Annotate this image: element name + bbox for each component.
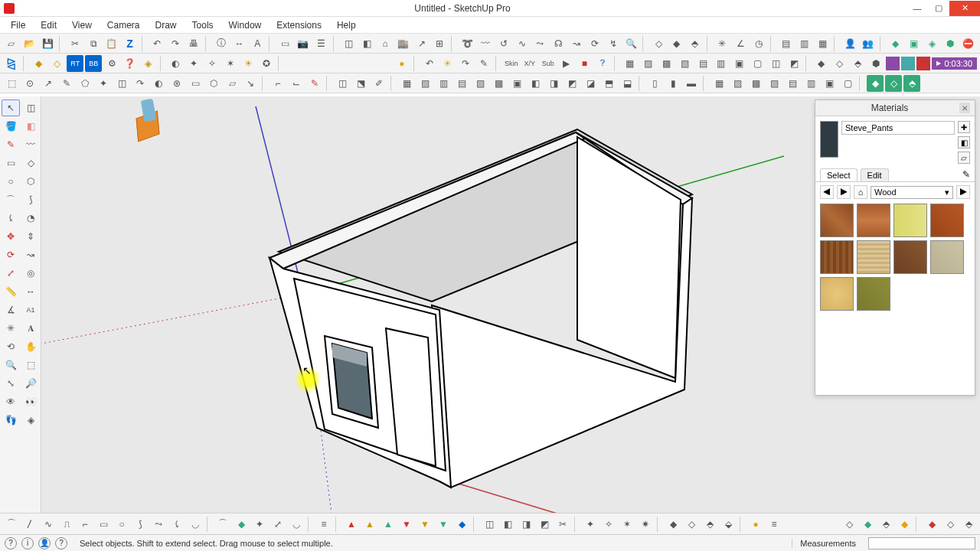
- bt-c4-icon[interactable]: ▼: [398, 516, 415, 533]
- r3-3-icon[interactable]: ↗: [40, 75, 57, 92]
- bt-9-icon[interactable]: ⤳: [150, 516, 167, 533]
- axes-tool-icon[interactable]: ✳: [2, 320, 20, 337]
- swatch-wood2[interactable]: [857, 204, 890, 237]
- dimension-tool-icon[interactable]: ↔: [21, 283, 40, 300]
- zoomext-tool-icon[interactable]: ⤡: [2, 375, 20, 392]
- r3-28-icon[interactable]: ◧: [527, 75, 544, 92]
- 2pt-arc-tool-icon[interactable]: ⟆: [21, 191, 40, 208]
- scale-tool-icon[interactable]: ⤢: [2, 265, 20, 282]
- proj1-icon[interactable]: ◇: [650, 35, 667, 52]
- share-icon[interactable]: ↗: [413, 35, 430, 52]
- undo-icon[interactable]: ↶: [149, 35, 165, 52]
- curve7-icon[interactable]: ⟳: [586, 35, 603, 52]
- r3-13-icon[interactable]: ▱: [224, 75, 240, 92]
- r3-24-icon[interactable]: ▤: [453, 75, 470, 92]
- clock-icon[interactable]: ◷: [750, 35, 767, 52]
- default-material-icon[interactable]: ◧: [958, 136, 970, 148]
- swatch-wood9[interactable]: [820, 277, 854, 311]
- 3dtext-tool-icon[interactable]: 𝐀: [21, 320, 40, 337]
- bt-d2-icon[interactable]: ◧: [499, 516, 516, 533]
- bt-h3-icon[interactable]: ⬘: [877, 516, 894, 533]
- r2-a-icon[interactable]: ↶: [421, 55, 438, 72]
- measurements-input[interactable]: [868, 537, 975, 549]
- bt-1-icon[interactable]: ⌒: [3, 516, 20, 533]
- bt-f2-icon[interactable]: ◇: [683, 516, 700, 533]
- r3-45-icon[interactable]: ◆: [867, 75, 884, 92]
- materials-tab-select[interactable]: Select: [820, 168, 858, 181]
- r2-play-icon[interactable]: ▶: [558, 55, 575, 72]
- axes-icon[interactable]: ✳: [714, 35, 731, 52]
- bt-17-icon[interactable]: ≡: [315, 516, 332, 533]
- r3-1-icon[interactable]: ⬚: [3, 75, 20, 92]
- paste-icon[interactable]: 📋: [103, 35, 120, 52]
- pan-tool-icon[interactable]: ✋: [21, 338, 40, 355]
- menu-view[interactable]: View: [66, 18, 98, 32]
- menu-edit[interactable]: Edit: [34, 18, 63, 32]
- rotate-tool-icon[interactable]: ⟳: [2, 246, 20, 263]
- timer-ico1[interactable]: ⬢: [867, 55, 884, 72]
- bt-14-icon[interactable]: ✦: [251, 516, 268, 533]
- new-icon[interactable]: ▱: [3, 35, 20, 52]
- r3-4-icon[interactable]: ✎: [58, 75, 75, 92]
- r3-23-icon[interactable]: ▥: [435, 75, 452, 92]
- r2-1-icon[interactable]: ◆: [31, 55, 47, 72]
- bt-g2-icon[interactable]: ≡: [766, 516, 782, 533]
- menu-camera[interactable]: Camera: [101, 18, 146, 32]
- r3-41-icon[interactable]: ▤: [784, 75, 801, 92]
- position-cam-tool-icon[interactable]: 👁: [2, 393, 20, 410]
- rectangle-tool-icon[interactable]: ▭: [2, 155, 20, 171]
- bt-13-icon[interactable]: ◆: [233, 516, 250, 533]
- bt-d4-icon[interactable]: ◩: [536, 516, 553, 533]
- section-tool-icon[interactable]: ◈: [21, 412, 40, 429]
- viewport[interactable]: ↖ Materials ✕ ✚ ◧ ▱ Select Edit ✎ ⯇ ⯈ ⌂: [41, 96, 980, 530]
- r3-18-icon[interactable]: ◫: [334, 75, 351, 92]
- curve5-icon[interactable]: ☊: [550, 35, 567, 52]
- r3-5-icon[interactable]: ⬠: [77, 75, 93, 92]
- bt-i3-icon[interactable]: ⬘: [960, 516, 977, 533]
- bt-7-icon[interactable]: ○: [113, 516, 130, 533]
- r3-14-icon[interactable]: ↘: [242, 75, 259, 92]
- bt-5-icon[interactable]: ⌐: [77, 516, 93, 533]
- walk-tool-icon[interactable]: 👣: [2, 412, 20, 429]
- swatch-wood3[interactable]: [893, 204, 927, 237]
- copy-icon[interactable]: ⧉: [85, 35, 102, 52]
- swatch-wood1[interactable]: [820, 204, 854, 237]
- status-user-icon[interactable]: 👤: [38, 537, 51, 549]
- bt-16-icon[interactable]: ◡: [288, 516, 305, 533]
- r3-44-icon[interactable]: ▢: [839, 75, 856, 92]
- r2-g5-icon[interactable]: ▤: [694, 55, 711, 72]
- bt-8-icon[interactable]: ⟆: [132, 516, 149, 533]
- r2-2-icon[interactable]: ◇: [49, 55, 66, 72]
- swatch-wood4[interactable]: [930, 204, 964, 237]
- r2-rt-icon[interactable]: RT: [67, 55, 83, 72]
- bt-11-icon[interactable]: ◡: [187, 516, 204, 533]
- 3pt-arc-tool-icon[interactable]: ⤹: [2, 210, 20, 227]
- r3-35-icon[interactable]: ▮: [665, 75, 681, 92]
- r3-47-icon[interactable]: ⬘: [903, 75, 920, 92]
- r2-d-icon[interactable]: ✎: [475, 55, 492, 72]
- bt-c1-icon[interactable]: ▲: [343, 516, 360, 533]
- r2-10-icon[interactable]: ✧: [204, 55, 220, 72]
- eraser-tool-icon[interactable]: ◧: [21, 118, 40, 135]
- r2-help-icon[interactable]: ？: [594, 55, 611, 72]
- spiral-icon[interactable]: ➰: [459, 35, 475, 52]
- close-button[interactable]: ✕: [949, 1, 980, 16]
- avatar1-icon[interactable]: 👤: [841, 35, 858, 52]
- r2-12-icon[interactable]: ☀: [240, 55, 257, 72]
- curve1-icon[interactable]: 〰: [477, 35, 494, 52]
- color2-icon[interactable]: ▣: [906, 35, 923, 52]
- r2-g1-icon[interactable]: ▦: [622, 55, 639, 72]
- bt-c7-icon[interactable]: ◆: [453, 516, 470, 533]
- curve3-icon[interactable]: ∿: [514, 35, 531, 52]
- r2-g6-icon[interactable]: ▥: [713, 55, 730, 72]
- menu-draw[interactable]: Draw: [149, 18, 183, 32]
- mat-fwd-icon[interactable]: ⯈: [837, 185, 851, 199]
- menu-tools[interactable]: Tools: [186, 18, 220, 32]
- r3-32-icon[interactable]: ⬒: [600, 75, 617, 92]
- r3-8-icon[interactable]: ↷: [132, 75, 149, 92]
- r3-20-icon[interactable]: ✐: [371, 75, 387, 92]
- mat-menu-icon[interactable]: ⯈: [956, 185, 970, 199]
- color3-icon[interactable]: ◈: [923, 35, 940, 52]
- maximize-button[interactable]: ▢: [928, 1, 949, 16]
- r3-34-icon[interactable]: ▯: [646, 75, 663, 92]
